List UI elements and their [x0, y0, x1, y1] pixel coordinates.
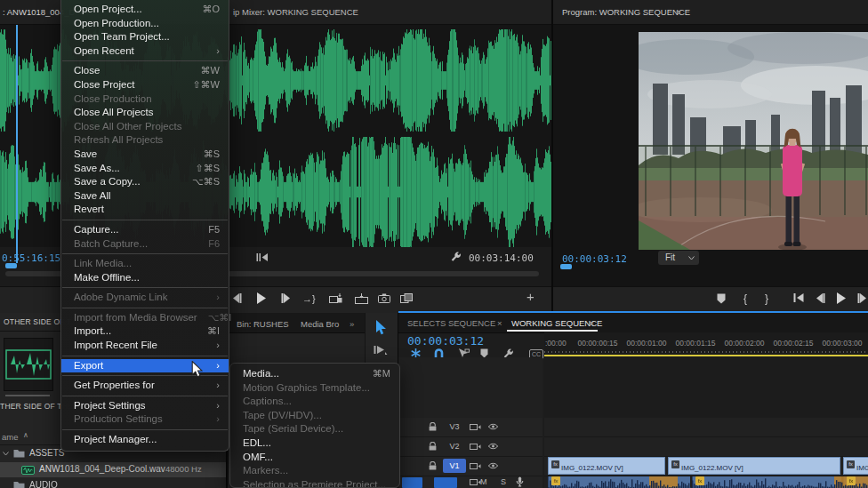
menu-item-save-a-copy[interactable]: Save a Copy...⌥⌘S: [61, 175, 229, 189]
step-forward-icon[interactable]: [281, 293, 292, 303]
sort-ascending-icon: ∧: [23, 431, 28, 439]
clip-row-selected[interactable]: ANW1018_004_Deep-Cool.wav 48000 Hz: [0, 462, 226, 477]
step-back-icon[interactable]: [231, 293, 242, 303]
menu-item-get-properties-for[interactable]: Get Properties for›: [61, 379, 229, 393]
source-patch-a1[interactable]: [402, 477, 422, 488]
disclosure-chevron-icon[interactable]: [3, 452, 9, 456]
mark-in-icon[interactable]: {: [743, 292, 747, 305]
step-forward-icon[interactable]: [857, 293, 868, 303]
insert-icon[interactable]: [329, 293, 342, 304]
menu-item-label: Captions...: [243, 395, 292, 409]
program-monitor-panel: Program: WORKING SEQUENCE ≡: [553, 0, 868, 312]
settings-wrench-icon[interactable]: [450, 252, 462, 263]
menu-item-make-offline[interactable]: Make Offline...: [61, 271, 229, 285]
menu-item-revert[interactable]: Revert: [61, 203, 229, 217]
menu-item-label: Markers...: [243, 464, 288, 478]
tab-program[interactable]: Program: WORKING SEQUENCE: [562, 7, 690, 17]
menu-item-save-as[interactable]: Save As...⇧⌘S: [61, 162, 229, 176]
menu-item-edl[interactable]: EDL...: [230, 436, 399, 451]
menu-item-save-all[interactable]: Save All: [61, 189, 229, 204]
panel-menu-icon[interactable]: ≡: [589, 318, 594, 328]
track-label-v1[interactable]: V1: [443, 459, 466, 473]
track-a1-content[interactable]: fxfxfx: [544, 476, 868, 488]
track-label-v2[interactable]: V2: [443, 439, 466, 453]
voiceover-mic-icon[interactable]: [516, 476, 524, 487]
menu-item-open-project[interactable]: Open Project...⌘O: [61, 3, 229, 17]
zoom-level-select[interactable]: Fit: [658, 251, 699, 265]
menu-item-open-recent[interactable]: Open Recent›: [61, 44, 229, 59]
add-button-icon[interactable]: +: [526, 291, 534, 303]
eye-icon[interactable]: [487, 462, 499, 469]
name-column-header[interactable]: ame: [2, 432, 18, 442]
go-to-in-icon[interactable]: [793, 293, 804, 302]
mute-button[interactable]: M: [480, 477, 487, 486]
solo-button[interactable]: S: [501, 477, 506, 486]
menu-item-close[interactable]: Close⌘W: [61, 64, 229, 78]
tab-media-browser[interactable]: Media Bro: [301, 319, 339, 329]
menu-item-captions: Captions...: [230, 395, 399, 409]
mark-out-icon[interactable]: }: [765, 292, 768, 305]
lock-icon[interactable]: [429, 442, 437, 451]
menu-item-shortcut: ⇧⌘S: [195, 162, 220, 176]
comparison-view-icon[interactable]: [400, 293, 413, 303]
source-playhead[interactable]: [16, 25, 18, 263]
eye-icon[interactable]: [487, 423, 499, 430]
menu-item-media[interactable]: Media...⌘M: [230, 367, 399, 381]
track-select-forward-tool-icon[interactable]: [374, 345, 388, 355]
tab-clip-mixer[interactable]: ip Mixer: WORKING SEQUENCE: [233, 7, 358, 17]
play-icon[interactable]: [836, 292, 846, 304]
menu-item-export[interactable]: Export›: [61, 359, 229, 373]
video-clip[interactable]: fxIMG_0122.MOV [V]: [548, 457, 665, 475]
track-header-column: V3 V2 V1: [398, 357, 542, 488]
add-marker-icon[interactable]: [717, 293, 726, 304]
menu-item-project-settings[interactable]: Project Settings›: [61, 399, 229, 413]
export-frame-camera-icon[interactable]: [378, 293, 390, 303]
menu-item-close-all-projects[interactable]: Close All Projects: [61, 106, 229, 120]
panel-menu-icon[interactable]: ≡: [676, 7, 681, 17]
video-clip[interactable]: fxIMG_0122.MOV [V]: [668, 457, 840, 475]
track-label-v3[interactable]: V3: [443, 420, 466, 434]
menu-item-save[interactable]: Save⌘S: [61, 148, 229, 162]
menu-item-import[interactable]: Import...⌘I: [61, 324, 229, 339]
track-v3-content[interactable]: [544, 418, 868, 437]
close-tab-icon[interactable]: ×: [497, 318, 502, 328]
track-target-a1[interactable]: [434, 477, 457, 488]
audio-clip[interactable]: [692, 476, 841, 488]
menu-item-project-manager[interactable]: Project Manager...: [61, 433, 229, 447]
menu-item-label: Batch Capture...: [74, 237, 148, 252]
play-in-to-out-icon[interactable]: →}: [302, 292, 316, 305]
sync-lock-icon[interactable]: [470, 443, 481, 451]
sync-lock-icon[interactable]: [470, 462, 481, 470]
track-v1-content[interactable]: fxIMG_0122.MOV [V]fxIMG_0122.MOV [V]fxIM…: [544, 457, 868, 476]
step-back-icon[interactable]: [815, 293, 825, 303]
overwrite-icon[interactable]: [355, 293, 368, 304]
tab-bin-rushes[interactable]: Bin: RUSHES: [237, 319, 289, 329]
program-scrub-handle[interactable]: [560, 264, 572, 269]
audio-clip-thumbnail[interactable]: [4, 338, 53, 391]
menu-item-label: Save: [74, 148, 97, 162]
bin-row-audio[interactable]: AUDIO: [0, 478, 226, 488]
play-icon[interactable]: [256, 292, 266, 304]
menu-item-open-production[interactable]: Open Production...: [61, 17, 229, 31]
menu-item-omf[interactable]: OMF...: [230, 451, 399, 465]
track-v2-content[interactable]: [544, 437, 868, 457]
menu-item-close-project[interactable]: Close Project⇧⌘W: [61, 78, 229, 92]
sync-lock-icon[interactable]: [470, 423, 481, 431]
tab-overflow-icon[interactable]: »: [350, 319, 354, 329]
menu-item-label: Get Properties for: [74, 379, 155, 393]
selection-tool-icon[interactable]: [375, 320, 387, 335]
program-panel-header: Program: WORKING SEQUENCE ≡: [553, 0, 868, 25]
tab-selects-sequence[interactable]: SELECTS SEQUENCE: [407, 318, 495, 328]
video-clip[interactable]: fxIMG_0122.MOV [V]: [843, 457, 868, 475]
lock-icon[interactable]: [429, 461, 437, 470]
source-scrub-handle[interactable]: [5, 263, 17, 268]
lock-icon[interactable]: [429, 422, 437, 431]
menu-item-capture[interactable]: Capture...F5: [61, 223, 229, 237]
menu-item-open-team-project[interactable]: Open Team Project...: [61, 30, 229, 44]
go-to-in-icon[interactable]: [256, 253, 268, 261]
menu-item-import-recent-file[interactable]: Import Recent File›: [61, 339, 229, 353]
eye-icon[interactable]: [487, 443, 499, 450]
export-submenu: Media...⌘MMotion Graphics Template...Cap…: [229, 363, 400, 488]
bin-name: AUDIO: [29, 480, 58, 488]
thumbnail-scrubber[interactable]: [5, 395, 50, 396]
